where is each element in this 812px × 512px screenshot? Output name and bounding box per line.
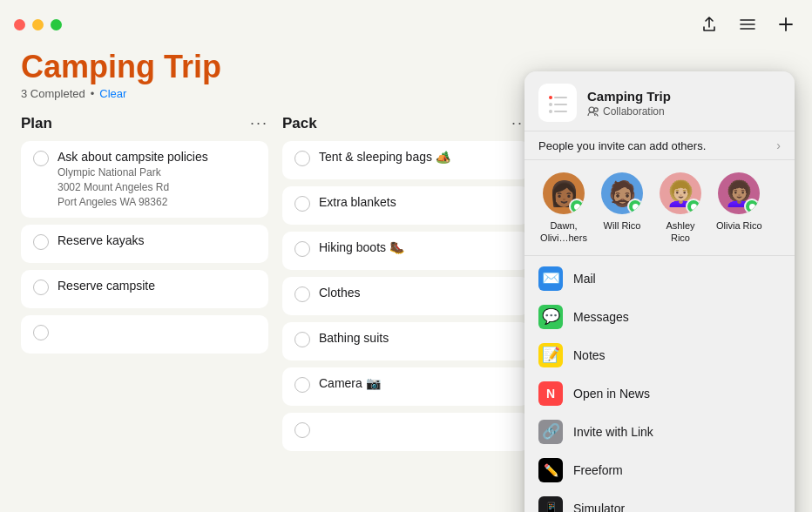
list-item[interactable]: Bathing suits (282, 322, 530, 360)
invite-text: People you invite can add others. (538, 139, 706, 152)
avatar: 👩🏼‍🦱 (658, 171, 703, 216)
view-button[interactable] (735, 14, 760, 35)
menu-item-label: Notes (573, 348, 606, 362)
collaborator-name: Olivia Rico (716, 219, 762, 232)
maximize-button[interactable] (51, 19, 62, 30)
item-label: Tent & sleeping bags 🏕️ (319, 150, 518, 164)
svg-point-3 (549, 96, 552, 99)
menu-item-notes[interactable]: 📝 Notes (524, 336, 795, 374)
collaborator-dawn[interactable]: 👩🏾 Dawn, Olivi…hers (538, 171, 589, 245)
list-item[interactable]: Hiking boots 🥾 (282, 232, 530, 270)
checkbox[interactable] (294, 377, 310, 393)
checkbox[interactable] (33, 234, 49, 250)
reminders-icon (544, 89, 572, 117)
online-badge (627, 199, 643, 214)
svg-point-5 (549, 103, 552, 106)
avatar: 🧔🏽 (599, 171, 645, 216)
list-item[interactable]: Reserve campsite (21, 270, 268, 308)
menu-item-freeform[interactable]: ✏️ Freeform (524, 451, 795, 489)
menu-item-label: Open in News (573, 387, 650, 401)
title-bar (0, 0, 812, 38)
svg-point-9 (589, 107, 594, 112)
completed-count: 3 Completed (21, 87, 85, 100)
pack-column-header: Pack ··· (282, 114, 530, 132)
item-subtext: Olympic National Park3002 Mount Angeles … (58, 165, 256, 209)
menu-item-label: Messages (573, 310, 629, 324)
menu-item-invite-link[interactable]: 🔗 Invite with Link (524, 413, 795, 451)
checkbox[interactable] (294, 286, 310, 302)
main-content: Camping Trip 3 Completed • Clear Plan ··… (0, 38, 812, 472)
popup-header-text: Camping Trip Collaboration (587, 89, 671, 118)
item-label: Reserve kayaks (58, 233, 256, 247)
item-label: Hiking boots 🥾 (319, 240, 518, 254)
checkbox[interactable] (294, 196, 310, 212)
clear-button[interactable]: Clear (99, 87, 126, 100)
popup-title: Camping Trip (587, 89, 671, 104)
chevron-right-icon: › (776, 138, 781, 152)
menu-item-messages[interactable]: 💬 Messages (524, 298, 795, 336)
menu-item-simulator[interactable]: 📱 Simulator (524, 489, 795, 512)
popup-icon (538, 84, 577, 122)
close-button[interactable] (14, 19, 25, 30)
svg-point-7 (549, 110, 552, 113)
messages-icon: 💬 (538, 305, 563, 329)
column-pack: Pack ··· Tent & sleeping bags 🏕️ Extra b… (282, 114, 530, 458)
item-label: Bathing suits (319, 331, 518, 345)
pack-column-title: Pack (282, 115, 317, 132)
list-item[interactable]: Camera 📷 (282, 367, 530, 406)
plan-column-title: Plan (21, 115, 52, 132)
mail-icon: ✉️ (538, 266, 563, 291)
collaborator-ashley[interactable]: 👩🏼‍🦱 Ashley Rico (655, 171, 706, 245)
menu-item-news[interactable]: N Open in News (524, 374, 795, 413)
menu-item-label: Invite with Link (573, 425, 653, 439)
collaboration-icon (587, 106, 599, 117)
plan-column-header: Plan ··· (21, 114, 268, 132)
notes-icon: 📝 (538, 343, 563, 367)
checkbox[interactable] (294, 241, 310, 257)
add-button[interactable] (774, 12, 798, 37)
menu-item-label: Freeform (573, 463, 623, 477)
checkbox[interactable] (294, 332, 310, 347)
item-label: Reserve campsite (58, 279, 256, 293)
collaborators-row: 👩🏾 Dawn, Olivi…hers 🧔🏽 Will Rico 👩🏼‍🦱 As… (524, 160, 795, 256)
online-badge (744, 199, 760, 214)
list-item[interactable]: Clothes (282, 277, 530, 315)
collaborator-name: Ashley Rico (655, 219, 706, 245)
collaborator-olivia[interactable]: 👩🏽‍🦱 Olivia Rico (716, 171, 762, 245)
news-icon: N (538, 381, 563, 406)
link-icon: 🔗 (538, 420, 563, 444)
list-item[interactable]: Extra blankets (282, 186, 530, 225)
popup-header: Camping Trip Collaboration (524, 71, 795, 131)
list-item[interactable]: Ask about campsite policies Olympic Nati… (21, 141, 268, 218)
item-label: Clothes (319, 286, 518, 300)
traffic-lights (14, 19, 62, 30)
list-item-empty[interactable] (282, 413, 530, 451)
checkbox[interactable] (33, 280, 49, 295)
checkbox[interactable] (294, 151, 310, 166)
menu-item-label: Mail (573, 272, 596, 286)
checkbox[interactable] (294, 422, 310, 438)
list-item[interactable]: Tent & sleeping bags 🏕️ (282, 141, 530, 179)
checkbox[interactable] (33, 151, 49, 166)
collaborator-will[interactable]: 🧔🏽 Will Rico (599, 171, 645, 245)
menu-item-label: Simulator (573, 502, 625, 512)
share-button[interactable] (697, 12, 721, 37)
simulator-icon: 📱 (538, 496, 563, 512)
item-label: Ask about campsite policies (58, 150, 256, 164)
plan-more-button[interactable]: ··· (250, 114, 268, 132)
avatar: 👩🏾 (541, 171, 586, 216)
checkbox[interactable] (33, 325, 49, 340)
item-label: Camera 📷 (319, 376, 518, 390)
column-plan: Plan ··· Ask about campsite policies Oly… (21, 114, 268, 458)
collaborator-name: Will Rico (604, 219, 641, 232)
collaborator-name: Dawn, Olivi…hers (538, 219, 589, 245)
online-badge (686, 199, 701, 214)
popup-invite-bar[interactable]: People you invite can add others. › (524, 131, 795, 160)
toolbar-buttons (697, 12, 798, 37)
online-badge (569, 199, 585, 214)
minimize-button[interactable] (32, 19, 44, 30)
list-item[interactable]: Reserve kayaks (21, 225, 268, 263)
freeform-icon: ✏️ (538, 458, 563, 482)
list-item-empty[interactable] (21, 315, 268, 354)
menu-item-mail[interactable]: ✉️ Mail (524, 259, 795, 298)
